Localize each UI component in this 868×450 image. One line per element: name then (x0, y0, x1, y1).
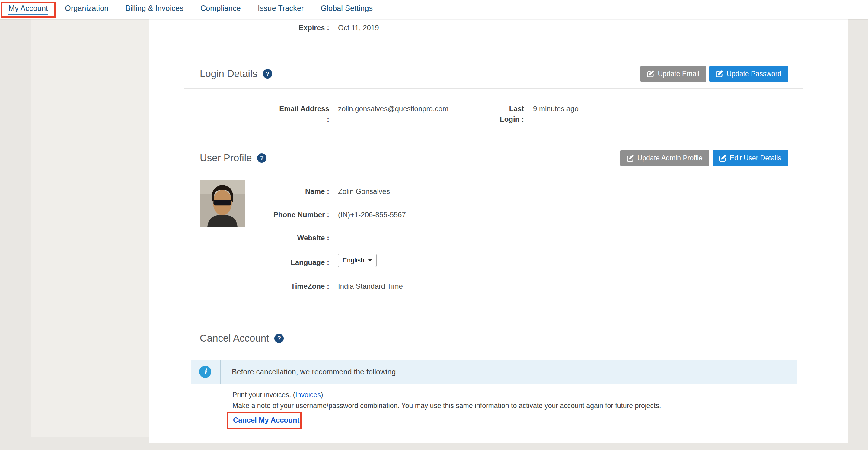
website-label: Website : (266, 233, 329, 243)
nav-tab-organization[interactable]: Organization (56, 0, 117, 19)
nav-tab-billing-invoices[interactable]: Billing & Invoices (117, 0, 192, 19)
nav-tab-label: Issue Tracker (258, 4, 304, 16)
edit-icon (627, 155, 634, 161)
cancel-account-title: Cancel Account (200, 332, 269, 344)
language-label: Language : (266, 257, 329, 268)
invoices-note-suffix: ) (321, 391, 323, 399)
nav-tab-issue-tracker[interactable]: Issue Tracker (249, 0, 312, 19)
edit-user-details-button[interactable]: Edit User Details (713, 150, 788, 167)
email-address-value: zolin.gonsalves@questionpro.com (338, 103, 448, 114)
edit-icon (719, 155, 726, 161)
top-nav: My Account Organization Billing & Invoic… (0, 0, 868, 19)
nav-tab-compliance[interactable]: Compliance (192, 0, 249, 19)
invoices-note-line: Print your invoices. (Invoices) (232, 390, 323, 400)
nav-tab-label: Global Settings (321, 4, 373, 16)
cancel-my-account-link[interactable]: Cancel My Account (233, 416, 300, 424)
nav-tab-label: Billing & Invoices (125, 4, 184, 16)
update-password-button[interactable]: Update Password (709, 65, 788, 82)
last-login-label: Last Login : (490, 103, 524, 124)
button-label: Update Password (726, 70, 781, 78)
nav-tab-my-account[interactable]: My Account (0, 0, 56, 19)
caret-down-icon (368, 259, 372, 262)
cancellation-info-box: i Before cancellation, we recommend the … (191, 360, 797, 384)
invoices-note-prefix: Print your invoices. ( (232, 391, 295, 399)
expires-value: Oct 11, 2019 (338, 22, 379, 33)
edit-icon (647, 70, 654, 77)
user-profile-title: User Profile (200, 152, 252, 164)
timezone-label: TimeZone : (266, 281, 329, 292)
cancel-account-title-wrap: Cancel Account ? (200, 332, 284, 344)
button-label: Update Admin Profile (638, 154, 703, 162)
user-profile-title-wrap: User Profile ? (200, 152, 267, 164)
user-profile-header: User Profile ? Update Admin Profile Edit… (184, 148, 803, 168)
content-card: Expires : Oct 11, 2019 Login Details ? U… (149, 19, 848, 443)
help-icon[interactable]: ? (263, 69, 272, 79)
help-icon[interactable]: ? (274, 334, 284, 343)
update-email-button[interactable]: Update Email (641, 65, 706, 82)
sidebar-panel (31, 19, 149, 437)
language-select[interactable]: English (338, 254, 377, 267)
nav-tab-global-settings[interactable]: Global Settings (312, 0, 381, 19)
login-details-buttons: Update Email Update Password (641, 65, 788, 82)
login-details-title: Login Details (200, 68, 257, 80)
section-divider (184, 172, 803, 173)
email-address-label: Email Address : (279, 103, 329, 124)
section-divider (184, 352, 803, 352)
login-details-title-wrap: Login Details ? (200, 68, 272, 80)
login-details-header: Login Details ? Update Email Update Pass… (184, 64, 803, 83)
edit-icon (716, 70, 723, 77)
phone-label: Phone Number : (266, 209, 329, 220)
info-box-heading: Before cancellation, we recommend the fo… (232, 367, 396, 376)
user-profile-buttons: Update Admin Profile Edit User Details (620, 150, 788, 167)
button-label: Edit User Details (730, 154, 781, 162)
profile-photo (200, 180, 245, 227)
avatar-illustration (200, 180, 245, 227)
screen: My Account Organization Billing & Invoic… (0, 0, 868, 450)
invoices-link[interactable]: Invoices (295, 391, 320, 399)
phone-value: (IN)+1-206-855-5567 (338, 209, 406, 220)
username-note-line: Make a note of your username/password co… (232, 400, 661, 411)
last-login-value: 9 minutes ago (533, 103, 579, 114)
info-icon: i (199, 366, 211, 378)
nav-tab-label: Organization (65, 4, 108, 16)
timezone-value: India Standard Time (338, 281, 403, 292)
name-value: Zolin Gonsalves (338, 186, 390, 197)
expires-label: Expires : (209, 22, 329, 33)
language-selected-value: English (343, 257, 364, 264)
info-box-divider (220, 360, 221, 384)
name-label: Name : (266, 186, 329, 197)
update-admin-profile-button[interactable]: Update Admin Profile (620, 150, 709, 167)
cancel-account-header: Cancel Account ? (184, 329, 803, 348)
nav-tab-label: My Account (8, 4, 48, 16)
nav-tab-label: Compliance (200, 4, 241, 16)
button-label: Update Email (658, 70, 699, 78)
help-icon[interactable]: ? (257, 153, 267, 163)
